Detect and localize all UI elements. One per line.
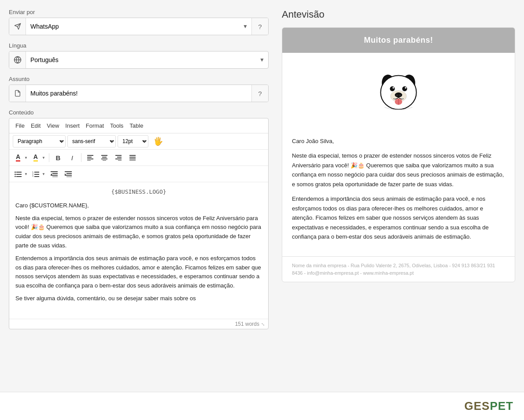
brand-ges: GES — [465, 399, 490, 413]
brand-logo: GESPET — [465, 399, 514, 413]
text-color-dropdown[interactable]: ▼ — [23, 155, 29, 161]
ul-icon — [15, 171, 22, 177]
decrease-indent-icon — [51, 171, 58, 177]
svg-rect-23 — [16, 174, 22, 175]
subject-group: Assunto ? — [9, 76, 269, 102]
ul-dropdown[interactable]: ▼ — [23, 171, 29, 177]
justify-icon — [129, 155, 136, 161]
svg-rect-16 — [129, 155, 136, 156]
svg-rect-15 — [118, 160, 122, 161]
font-select-wrapper: sans-serif ▼ — [67, 135, 116, 147]
highlight-btn[interactable]: A — [30, 153, 41, 162]
toolbar-row-1: Paragraph ▼ sans-serif ▼ 12pt — [9, 133, 268, 150]
paragraph-select[interactable]: Paragraph — [13, 135, 66, 147]
menu-insert[interactable]: Insert — [63, 121, 82, 130]
ol-btn-group: 1. 2. 3. ▼ — [30, 170, 46, 178]
send-by-select[interactable]: WhatsApp Email SMS — [26, 19, 243, 33]
svg-rect-21 — [16, 172, 22, 173]
svg-point-56 — [402, 98, 403, 99]
preview-dog-area — [282, 53, 515, 132]
svg-text:3.: 3. — [32, 175, 34, 177]
editor-paragraph1: Neste dia especial, temos o prazer de es… — [15, 214, 262, 251]
text-color-btn[interactable]: A — [13, 153, 23, 162]
word-count-bar: 151 words ⤡ — [9, 319, 268, 329]
menu-format[interactable]: Format — [83, 121, 107, 130]
svg-rect-9 — [102, 157, 107, 158]
language-group: Língua Português English Español ▼ — [9, 42, 269, 69]
svg-rect-19 — [129, 160, 136, 161]
language-label: Língua — [9, 42, 269, 49]
editor-menubar: File Edit View Insert Format Tools Table — [9, 118, 268, 133]
svg-point-53 — [394, 98, 395, 99]
sep2 — [81, 153, 81, 162]
justify-btn[interactable] — [126, 151, 139, 164]
svg-point-20 — [15, 172, 16, 173]
menu-table[interactable]: Table — [127, 121, 146, 130]
editor-body[interactable]: {$BUSINESS.LOGO} Caro {$CUSTOMER.NAME}, … — [9, 182, 268, 319]
right-panel: Antevisão Muitos parabéns! — [282, 9, 515, 336]
menu-tools[interactable]: Tools — [107, 121, 126, 130]
preview-salutation: Caro João Silva, — [292, 136, 505, 146]
brand-pet: PET — [490, 399, 513, 413]
svg-rect-37 — [65, 171, 72, 172]
menu-view[interactable]: View — [44, 121, 62, 130]
language-row: Português English Español ▼ — [9, 51, 269, 69]
svg-rect-40 — [66, 177, 72, 177]
highlight-dropdown[interactable]: ▼ — [41, 155, 46, 161]
subject-input[interactable] — [26, 86, 251, 100]
dog-illustration — [368, 62, 429, 123]
svg-point-47 — [392, 87, 394, 89]
svg-rect-17 — [129, 157, 136, 158]
language-select[interactable]: Português English Español — [26, 53, 259, 67]
svg-rect-18 — [129, 158, 136, 159]
preview-footer: Nome da minha empresa - Rua Pulido Valen… — [282, 256, 515, 282]
ul-btn[interactable] — [13, 170, 23, 178]
svg-rect-6 — [87, 158, 93, 159]
decrease-indent-btn[interactable] — [48, 168, 60, 180]
italic-btn[interactable]: I — [66, 151, 78, 164]
preview-paragraph1: Neste dia especial, temos o prazer de es… — [292, 151, 505, 189]
menu-edit[interactable]: Edit — [28, 121, 43, 130]
send-select-chevron: ▼ — [243, 23, 248, 29]
align-right-icon — [115, 155, 122, 161]
subject-label: Assunto — [9, 76, 269, 82]
highlight-btn-group[interactable]: A ▼ — [30, 153, 46, 162]
font-select[interactable]: sans-serif — [67, 135, 116, 147]
text-color-btn-group[interactable]: A ▼ — [13, 153, 29, 162]
menu-file[interactable]: File — [13, 121, 27, 130]
align-left-btn[interactable] — [84, 151, 96, 164]
send-help-btn[interactable]: ? — [251, 18, 268, 35]
svg-rect-10 — [101, 158, 107, 159]
svg-rect-4 — [87, 155, 93, 156]
ol-btn[interactable]: 1. 2. 3. — [30, 170, 41, 178]
size-select[interactable]: 12pt — [118, 135, 148, 147]
svg-point-22 — [15, 174, 16, 175]
svg-rect-7 — [87, 160, 91, 161]
bold-btn[interactable]: B — [52, 151, 64, 164]
send-by-label: Enviar por — [9, 9, 269, 15]
stamp-btn[interactable]: 🖐 — [152, 135, 164, 147]
svg-rect-29 — [34, 174, 39, 175]
svg-rect-14 — [115, 158, 122, 159]
svg-rect-39 — [65, 175, 72, 176]
svg-rect-11 — [103, 160, 106, 161]
text-color-a: A — [16, 154, 20, 162]
resize-handle[interactable]: ⤡ — [261, 322, 265, 327]
sep1 — [49, 153, 49, 162]
preview-title: Antevisão — [282, 9, 515, 20]
content-label: Conteúdo — [9, 109, 269, 116]
preview-card: Muitos parabéns! — [282, 27, 515, 282]
svg-point-50 — [395, 92, 402, 97]
ol-dropdown[interactable]: ▼ — [41, 171, 46, 177]
align-center-btn[interactable] — [98, 151, 111, 164]
svg-rect-33 — [52, 173, 58, 174]
increase-indent-btn[interactable] — [62, 168, 74, 180]
subject-help-btn[interactable]: ? — [251, 85, 268, 102]
editor-salutation: Caro {$CUSTOMER.NAME}, — [15, 201, 262, 210]
svg-rect-31 — [34, 176, 39, 177]
align-right-btn[interactable] — [112, 151, 125, 164]
svg-point-45 — [390, 86, 395, 91]
svg-rect-25 — [16, 176, 22, 177]
svg-rect-35 — [52, 177, 58, 177]
align-center-icon — [101, 155, 107, 161]
